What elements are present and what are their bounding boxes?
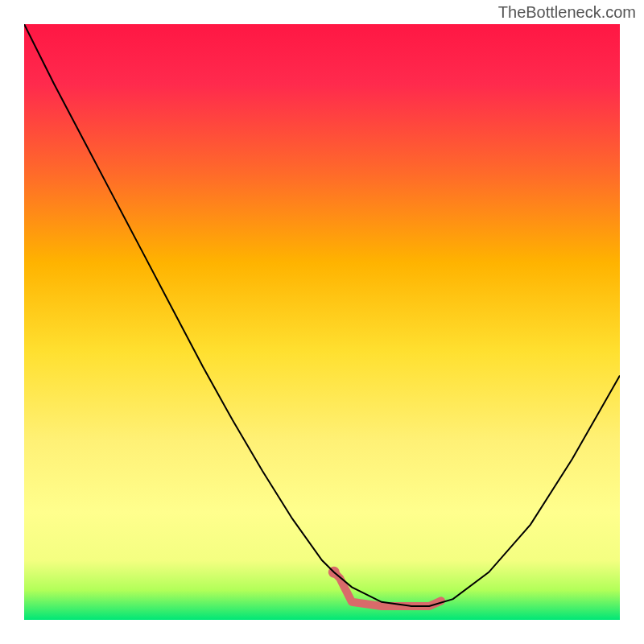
gradient-background: [24, 24, 620, 620]
watermark-text: TheBottleneck.com: [498, 3, 636, 22]
chart-svg: [24, 24, 620, 620]
chart-area: [24, 24, 620, 620]
chart-container: TheBottleneck.com: [0, 0, 644, 644]
